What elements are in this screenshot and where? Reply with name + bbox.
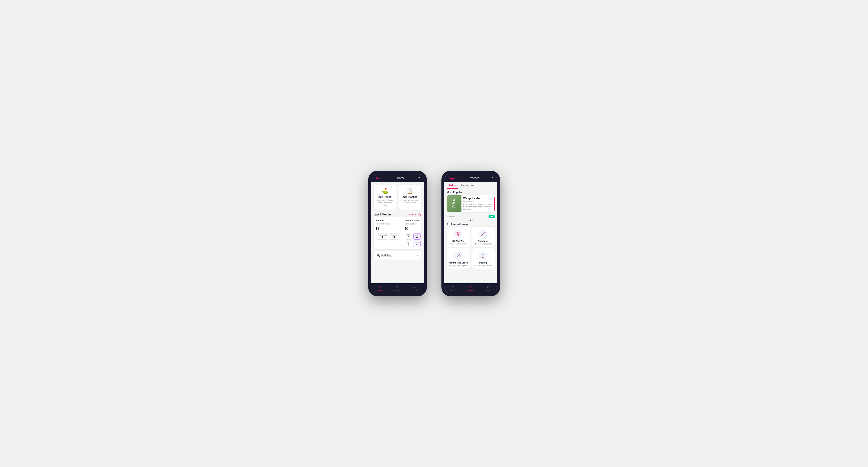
topbar-title: Home [397,177,405,180]
menu-icon[interactable]: ≡ [418,176,420,180]
skill-card-approach[interactable]: Approach Dial-in to hit the green [471,227,495,247]
chevron-right-icon: › [417,254,418,257]
skill-card-around-the-green[interactable]: Around The Green Hone your short game [447,248,470,269]
atg-desc: Hone your short game [449,264,468,267]
shots-icon: ○ [447,215,448,218]
capture-icon-2: ⊕ [487,285,490,289]
app-badge: APP [489,215,494,218]
capture-icon: ⊕ [414,285,416,289]
svg-point-13 [456,232,457,233]
putt-label: PUTT [414,242,419,243]
off-the-tee-icon-area [449,229,468,239]
topbar-home: clippd Home ≡ [371,174,424,182]
drills-section: Practice Drills Drills Capture 8 OTT 0 A… [405,219,421,247]
most-popular-label: Most Popular [444,189,497,195]
practice-box: Practice 0 [389,233,399,240]
add-practice-card[interactable]: 📋 Add Practice Capture your practice off… [399,185,422,210]
brand-logo: clippd [375,177,383,180]
dot-3 [472,220,473,221]
tournament-value: 0 [378,236,387,239]
tab-drills[interactable]: Drills [447,182,459,189]
practice-value: 0 [391,236,397,239]
nav-home-label-2: Home [451,289,456,291]
shots-label: ○ 9 shots [447,215,455,218]
add-round-title: Add Round [376,196,395,198]
svg-point-14 [479,230,487,238]
atg-icon-area [449,251,468,260]
dot-2 [470,220,471,221]
add-practice-desc: Capture your practice off-the-course [400,199,420,204]
tournament-box: Tournament 0 [376,233,389,240]
putting-icon-area [473,251,493,260]
arg-label: ARG [407,242,410,243]
last3months-header: Last 3 Months View Activity [371,212,424,217]
ott-value: 0 [407,236,411,239]
add-round-desc: Record your shots in fast or enhanced mo… [376,199,395,207]
rounds-count: 0 [376,225,399,232]
drills-count: 8 [405,225,421,232]
nav-capture-label: Capture [411,289,418,291]
putt-value: 4 [414,243,419,246]
bottom-nav-practice: ⌂ Home ⚇ Activities ⊕ Capture [444,283,497,293]
rounds-label: Rounds [376,219,399,222]
nav-home-2[interactable]: ⌂ Home [444,285,462,291]
approach-icon-area [473,229,493,239]
dot-1 [468,220,469,221]
skill-card-putting[interactable]: Putting Make and lag practice [471,248,495,269]
drills-capture-label: Drills Capture [405,223,421,225]
stats-card: Rounds Rounds Capture 0 Tournament 0 Pra… [374,217,422,249]
golf-bag-label: My Golf Bag [377,254,391,257]
practice-tabs: Drills Favourites [444,182,497,189]
add-practice-title: Add Practice [400,196,420,198]
nav-activities-label: Activities [394,289,401,291]
golf-bag-row[interactable]: My Golf Bag › [374,251,422,259]
nav-home-label: Home [377,289,382,291]
add-practice-icon: 📋 [400,188,420,194]
tab-favourites[interactable]: Favourites [458,182,477,189]
arg-box: ARG 0 [405,241,412,247]
tournament-label: Tournament [378,234,387,236]
off-the-tee-icon [454,229,463,238]
svg-point-24 [460,256,461,257]
topbar-practice: clippd Practice ≡ [444,174,497,182]
view-activity-link[interactable]: View Activity [409,213,422,216]
drills-sub-stats: OTT 0 APP 4 [405,233,421,240]
svg-line-3 [453,205,455,208]
atg-name: Around The Green [449,261,468,264]
putt-box: PUTT 4 [413,241,421,247]
off-the-tee-name: Off The Tee [449,240,468,242]
svg-point-0 [453,199,455,201]
drill-card-wedge[interactable]: ☆ Wedge Ladder 50–100 yds Play 1 shot at… [447,195,495,212]
phone-home: clippd Home ≡ ⛳ Add Round Record your sh… [368,171,427,296]
putting-desc: Make and lag practice [473,264,493,267]
dot-indicators [444,219,497,222]
svg-point-12 [458,236,459,237]
last3months-title: Last 3 Months [374,213,392,216]
skill-card-off-the-tee[interactable]: Off The Tee Power and accuracy [447,227,470,247]
drill-accent-bar [494,195,495,212]
atg-icon [454,251,463,260]
add-round-card[interactable]: ⛳ Add Round Record your shots in fast or… [374,185,397,210]
rounds-sub-stats: Tournament 0 Practice 0 [376,233,399,240]
svg-line-2 [452,205,453,208]
putting-name: Putting [473,261,493,264]
app-value: 4 [415,236,419,239]
nav-capture-2[interactable]: ⊕ Capture [479,285,497,291]
svg-point-19 [482,235,483,236]
bottom-nav-home: ⌂ Home ⚇ Activities ⊕ Capture [371,283,424,293]
nav-home[interactable]: ⌂ Home [371,285,389,291]
menu-icon-2[interactable]: ≡ [492,176,493,180]
app-box: APP 4 [413,233,421,240]
star-icon[interactable]: ☆ [491,197,493,199]
shots-count: 9 shots [448,215,455,218]
nav-activities-2[interactable]: ⚇ Activities [462,285,479,291]
svg-line-4 [454,202,456,203]
activities-icon: ⚇ [396,285,399,289]
approach-desc: Dial-in to hit the green [473,243,493,245]
nav-activities[interactable]: ⚇ Activities [389,285,406,291]
brand-logo-2: clippd [448,177,457,180]
drill-title: Wedge Ladder [463,197,493,200]
putting-icon [478,251,487,260]
nav-capture[interactable]: ⊕ Capture [406,285,424,291]
drill-thumbnail [447,195,461,212]
